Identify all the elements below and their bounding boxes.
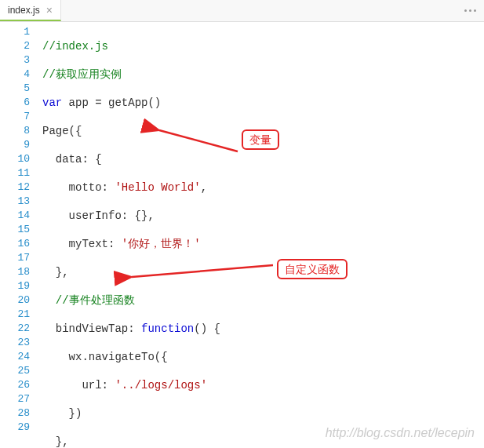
tab-filename: index.js bbox=[8, 5, 40, 16]
code-line: var app = getApp() bbox=[42, 96, 484, 110]
code-line: userInfo: {}, bbox=[42, 209, 484, 223]
code-line: }) bbox=[42, 406, 484, 421]
editor[interactable]: 1234567891011121314151617181920212223242… bbox=[0, 22, 484, 448]
code-line: bindViewTap: function() { bbox=[42, 322, 484, 336]
close-icon[interactable]: × bbox=[46, 5, 53, 16]
code-area[interactable]: //index.js //获取应用实例 var app = getApp() P… bbox=[38, 22, 484, 448]
code-line: }, bbox=[42, 435, 484, 448]
tab-bar: index.js × bbox=[0, 0, 484, 22]
code-line: wx.navigateTo({ bbox=[42, 350, 484, 364]
code-line: data: { bbox=[42, 152, 484, 166]
code-line: //index.js bbox=[42, 39, 484, 53]
line-gutter: 1234567891011121314151617181920212223242… bbox=[0, 22, 38, 448]
code-line: //获取应用实例 bbox=[42, 67, 484, 82]
more-icon[interactable] bbox=[457, 0, 484, 21]
code-line: motto: 'Hello World', bbox=[42, 180, 484, 195]
code-line: url: '../logs/logs' bbox=[42, 378, 484, 392]
tab-index-js[interactable]: index.js × bbox=[0, 0, 61, 21]
code-line: }, bbox=[42, 265, 484, 279]
code-line: Page({ bbox=[42, 124, 484, 138]
code-line: //事件处理函数 bbox=[42, 293, 484, 308]
code-line: myText: '你好，世界！' bbox=[42, 237, 484, 251]
